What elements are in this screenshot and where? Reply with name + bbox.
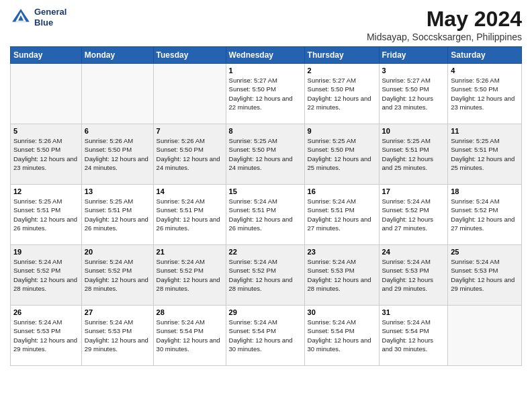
- logo-text: General Blue: [34, 7, 66, 28]
- day-info: Sunrise: 5:24 AMSunset: 5:54 PMDaylight:…: [157, 318, 223, 353]
- day-info: Sunrise: 5:24 AMSunset: 5:53 PMDaylight:…: [13, 318, 79, 353]
- day-number: 18: [451, 187, 519, 195]
- day-number: 21: [157, 248, 223, 256]
- cell-4-5: 23Sunrise: 5:24 AMSunset: 5:53 PMDayligh…: [304, 245, 379, 306]
- cell-5-3: 28Sunrise: 5:24 AMSunset: 5:54 PMDayligh…: [153, 306, 226, 366]
- day-number: 7: [157, 127, 223, 135]
- day-info: Sunrise: 5:24 AMSunset: 5:51 PMDaylight:…: [157, 197, 223, 232]
- col-friday: Friday: [379, 47, 448, 64]
- cell-2-6: 10Sunrise: 5:25 AMSunset: 5:51 PMDayligh…: [379, 124, 448, 185]
- day-info: Sunrise: 5:24 AMSunset: 5:51 PMDaylight:…: [308, 197, 376, 232]
- cell-2-3: 7Sunrise: 5:26 AMSunset: 5:50 PMDaylight…: [153, 124, 226, 185]
- day-info: Sunrise: 5:24 AMSunset: 5:54 PMDaylight:…: [229, 318, 302, 353]
- cell-3-4: 15Sunrise: 5:24 AMSunset: 5:51 PMDayligh…: [226, 185, 304, 245]
- day-number: 28: [157, 308, 223, 316]
- day-number: 13: [85, 187, 150, 195]
- day-info: Sunrise: 5:25 AMSunset: 5:51 PMDaylight:…: [85, 197, 150, 232]
- day-number: 4: [451, 66, 519, 75]
- day-info: Sunrise: 5:24 AMSunset: 5:52 PMDaylight:…: [229, 257, 302, 293]
- cell-3-1: 12Sunrise: 5:25 AMSunset: 5:51 PMDayligh…: [11, 185, 82, 245]
- cell-5-7: [448, 306, 522, 366]
- day-info: Sunrise: 5:27 AMSunset: 5:50 PMDaylight:…: [308, 76, 376, 111]
- cell-5-2: 27Sunrise: 5:24 AMSunset: 5:53 PMDayligh…: [81, 306, 153, 366]
- cell-2-7: 11Sunrise: 5:25 AMSunset: 5:51 PMDayligh…: [448, 124, 522, 185]
- day-info: Sunrise: 5:27 AMSunset: 5:50 PMDaylight:…: [382, 76, 445, 111]
- day-number: 1: [229, 66, 302, 75]
- cell-4-7: 25Sunrise: 5:24 AMSunset: 5:53 PMDayligh…: [448, 245, 522, 306]
- cell-4-6: 24Sunrise: 5:24 AMSunset: 5:53 PMDayligh…: [379, 245, 448, 306]
- cell-5-6: 31Sunrise: 5:24 AMSunset: 5:54 PMDayligh…: [379, 306, 448, 366]
- day-info: Sunrise: 5:24 AMSunset: 5:53 PMDaylight:…: [85, 318, 150, 353]
- day-info: Sunrise: 5:24 AMSunset: 5:52 PMDaylight:…: [451, 197, 519, 232]
- day-number: 5: [13, 127, 79, 135]
- col-wednesday: Wednesday: [226, 47, 304, 64]
- day-number: 20: [85, 248, 150, 256]
- day-number: 9: [308, 127, 376, 135]
- calendar-header-row: Sunday Monday Tuesday Wednesday Thursday…: [11, 47, 522, 64]
- cell-4-2: 20Sunrise: 5:24 AMSunset: 5:52 PMDayligh…: [81, 245, 153, 306]
- cell-3-2: 13Sunrise: 5:25 AMSunset: 5:51 PMDayligh…: [81, 185, 153, 245]
- calendar-body: 1Sunrise: 5:27 AMSunset: 5:50 PMDaylight…: [11, 64, 522, 366]
- cell-4-3: 21Sunrise: 5:24 AMSunset: 5:52 PMDayligh…: [153, 245, 226, 306]
- day-info: Sunrise: 5:26 AMSunset: 5:50 PMDaylight:…: [13, 136, 79, 172]
- cell-2-1: 5Sunrise: 5:26 AMSunset: 5:50 PMDaylight…: [11, 124, 82, 185]
- title-block: May 2024 Midsayap, Soccsksargen, Philipp…: [367, 7, 522, 42]
- col-saturday: Saturday: [448, 47, 522, 64]
- cell-1-4: 1Sunrise: 5:27 AMSunset: 5:50 PMDaylight…: [226, 64, 304, 124]
- day-number: 26: [13, 308, 79, 316]
- col-tuesday: Tuesday: [153, 47, 226, 64]
- day-number: 6: [85, 127, 150, 135]
- day-info: Sunrise: 5:24 AMSunset: 5:52 PMDaylight:…: [85, 257, 150, 293]
- day-info: Sunrise: 5:25 AMSunset: 5:51 PMDaylight:…: [451, 136, 519, 172]
- cell-4-1: 19Sunrise: 5:24 AMSunset: 5:52 PMDayligh…: [11, 245, 82, 306]
- day-info: Sunrise: 5:25 AMSunset: 5:51 PMDaylight:…: [13, 197, 79, 232]
- day-number: 23: [308, 248, 376, 256]
- cell-4-4: 22Sunrise: 5:24 AMSunset: 5:52 PMDayligh…: [226, 245, 304, 306]
- day-info: Sunrise: 5:24 AMSunset: 5:52 PMDaylight:…: [13, 257, 79, 293]
- col-monday: Monday: [81, 47, 153, 64]
- day-info: Sunrise: 5:24 AMSunset: 5:53 PMDaylight:…: [451, 257, 519, 293]
- day-info: Sunrise: 5:24 AMSunset: 5:54 PMDaylight:…: [382, 318, 445, 353]
- day-info: Sunrise: 5:25 AMSunset: 5:50 PMDaylight:…: [308, 136, 376, 172]
- day-number: 31: [382, 308, 445, 316]
- day-number: 17: [382, 187, 445, 195]
- week-row-1: 1Sunrise: 5:27 AMSunset: 5:50 PMDaylight…: [11, 64, 522, 124]
- day-info: Sunrise: 5:26 AMSunset: 5:50 PMDaylight:…: [451, 76, 519, 111]
- cell-3-6: 17Sunrise: 5:24 AMSunset: 5:52 PMDayligh…: [379, 185, 448, 245]
- cell-2-5: 9Sunrise: 5:25 AMSunset: 5:50 PMDaylight…: [304, 124, 379, 185]
- week-row-2: 5Sunrise: 5:26 AMSunset: 5:50 PMDaylight…: [11, 124, 522, 185]
- day-number: 19: [13, 248, 79, 256]
- day-number: 16: [308, 187, 376, 195]
- logo: General Blue: [10, 7, 66, 28]
- col-thursday: Thursday: [304, 47, 379, 64]
- cell-3-3: 14Sunrise: 5:24 AMSunset: 5:51 PMDayligh…: [153, 185, 226, 245]
- week-row-5: 26Sunrise: 5:24 AMSunset: 5:53 PMDayligh…: [11, 306, 522, 366]
- day-number: 25: [451, 248, 519, 256]
- day-number: 3: [382, 66, 445, 75]
- day-info: Sunrise: 5:24 AMSunset: 5:52 PMDaylight:…: [157, 257, 223, 293]
- day-info: Sunrise: 5:27 AMSunset: 5:50 PMDaylight:…: [229, 76, 302, 111]
- month-year-title: May 2024: [367, 7, 522, 32]
- cell-1-3: [153, 64, 226, 124]
- cell-2-2: 6Sunrise: 5:26 AMSunset: 5:50 PMDaylight…: [81, 124, 153, 185]
- day-info: Sunrise: 5:24 AMSunset: 5:51 PMDaylight:…: [229, 197, 302, 232]
- day-info: Sunrise: 5:25 AMSunset: 5:50 PMDaylight:…: [229, 136, 302, 172]
- cell-1-1: [11, 64, 82, 124]
- cell-5-5: 30Sunrise: 5:24 AMSunset: 5:54 PMDayligh…: [304, 306, 379, 366]
- page-header: General Blue May 2024 Midsayap, Soccsksa…: [10, 7, 522, 42]
- day-info: Sunrise: 5:26 AMSunset: 5:50 PMDaylight:…: [157, 136, 223, 172]
- logo-icon: [10, 7, 32, 28]
- day-number: 22: [229, 248, 302, 256]
- day-number: 29: [229, 308, 302, 316]
- day-number: 11: [451, 127, 519, 135]
- cell-5-1: 26Sunrise: 5:24 AMSunset: 5:53 PMDayligh…: [11, 306, 82, 366]
- day-number: 14: [157, 187, 223, 195]
- day-number: 2: [308, 66, 376, 75]
- day-number: 10: [382, 127, 445, 135]
- day-number: 24: [382, 248, 445, 256]
- cell-5-4: 29Sunrise: 5:24 AMSunset: 5:54 PMDayligh…: [226, 306, 304, 366]
- day-number: 30: [308, 308, 376, 316]
- day-info: Sunrise: 5:26 AMSunset: 5:50 PMDaylight:…: [85, 136, 150, 172]
- day-info: Sunrise: 5:24 AMSunset: 5:53 PMDaylight:…: [308, 257, 376, 293]
- day-info: Sunrise: 5:24 AMSunset: 5:52 PMDaylight:…: [382, 197, 445, 232]
